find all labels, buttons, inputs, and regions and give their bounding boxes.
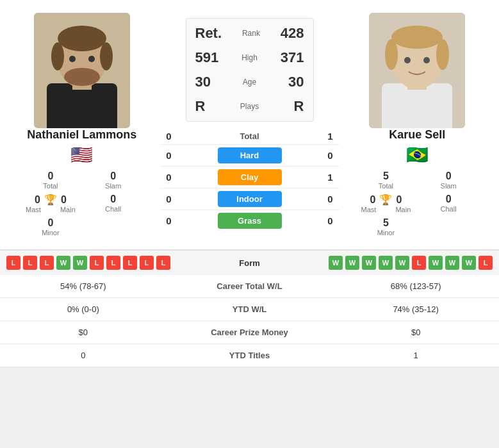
trophy-left-icon: 🏆 (44, 194, 57, 206)
form-left-badge-6: L (90, 256, 104, 270)
svg-point-4 (58, 26, 106, 51)
total-right: 1 (322, 131, 339, 142)
form-right-badge-6: L (412, 256, 426, 270)
player-right-total: 5 Total (361, 170, 411, 190)
svg-point-18 (423, 57, 430, 63)
ytd-titles-label: YTD Titles (167, 344, 333, 367)
hard-right-score: 0 (322, 150, 339, 161)
indoor-right-score: 0 (322, 194, 339, 204)
player-right-chall: 0 Chall (423, 194, 473, 213)
plays-label: Plays (240, 102, 259, 111)
form-right-badge-9: W (462, 256, 476, 270)
player-right-mast-main: 0 🏆 0 Mast Main (361, 194, 411, 213)
svg-rect-11 (382, 83, 452, 128)
svg-point-5 (51, 42, 64, 71)
form-left-badge-4: W (56, 256, 70, 270)
form-right-badge-3: W (362, 256, 376, 270)
age-label: Age (243, 78, 256, 87)
center-stats-box: Ret. Rank 428 591 High 371 30 Age 30 (186, 18, 314, 122)
main-container: Nathaniel Lammons 🇺🇸 0 Total 0 Slam 0 🏆 … (0, 0, 499, 367)
form-right-badge-7: W (429, 256, 443, 270)
svg-point-9 (88, 56, 95, 62)
form-section: L L L W W L L L L L Form W W W W W L W W… (0, 249, 499, 275)
form-left-badge-5: W (73, 256, 87, 270)
player-right-name: Karue Sell (389, 128, 445, 142)
player-left-stats-grid: 0 Total 0 Slam 0 🏆 0 Mast M (26, 170, 138, 236)
svg-point-6 (100, 42, 113, 71)
player-right-minor: 5 Minor (361, 217, 411, 236)
player-right-photo (369, 13, 465, 128)
form-left-badge-9: L (140, 256, 154, 270)
surface-row-hard: 0 Hard 0 (160, 145, 339, 167)
form-right-badge-8: W (445, 256, 459, 270)
player-left-flag: 🇺🇸 (70, 144, 93, 165)
player-left-photo (34, 13, 130, 128)
player-left-chall: 0 Chall (88, 194, 138, 213)
ytd-wl-right: 74% (35-12) (332, 298, 499, 321)
stat-row-prize: $0 Career Prize Money $0 (0, 321, 499, 344)
player-left: Nathaniel Lammons 🇺🇸 0 Total 0 Slam 0 🏆 … (6, 13, 158, 236)
form-right-badge-10: L (479, 256, 493, 270)
svg-point-15 (385, 39, 398, 70)
indoor-button[interactable]: Indoor (218, 191, 282, 207)
form-label: Form (224, 258, 275, 268)
surface-scores: 0 Total 1 0 Hard 0 0 Clay 1 0 Indoor (160, 128, 339, 231)
surface-row-grass: 0 Grass 0 (160, 210, 339, 231)
surface-row-indoor: 0 Indoor 0 (160, 188, 339, 210)
form-right-badge-5: W (395, 256, 409, 270)
svg-point-7 (64, 68, 100, 86)
grass-button[interactable]: Grass (218, 213, 282, 229)
right-age-val: 30 (288, 74, 304, 90)
ytd-titles-left: 0 (0, 344, 167, 367)
rank-label: Rank (242, 29, 260, 38)
bottom-stats-table: 54% (78-67) Career Total W/L 68% (123-57… (0, 275, 499, 367)
form-left: L L L W W L L L L L (6, 256, 224, 270)
svg-rect-1 (47, 83, 117, 128)
player-right-flag: 🇧🇷 (406, 144, 429, 165)
career-wl-left: 54% (78-67) (0, 275, 167, 298)
left-age-val: 30 (195, 74, 211, 90)
player-left-name: Nathaniel Lammons (27, 128, 136, 142)
hard-button[interactable]: Hard (218, 147, 282, 163)
clay-left-score: 0 (160, 172, 178, 183)
form-right-badge-4: W (379, 256, 393, 270)
surface-row-clay: 0 Clay 1 (160, 167, 339, 188)
player-right: Karue Sell 🇧🇷 5 Total 0 Slam 0 🏆 0 (342, 13, 493, 236)
ytd-wl-label: YTD W/L (167, 298, 333, 321)
form-right: W W W W W L W W W L (275, 256, 493, 270)
players-section: Nathaniel Lammons 🇺🇸 0 Total 0 Slam 0 🏆 … (0, 0, 499, 249)
svg-point-17 (404, 57, 411, 63)
left-high-val: 591 (195, 49, 219, 66)
left-plays-val: R (195, 98, 206, 115)
hard-left-score: 0 (160, 150, 178, 161)
total-row: 0 Total 1 (160, 128, 339, 145)
svg-point-14 (391, 26, 443, 49)
clay-button[interactable]: Clay (218, 169, 282, 185)
player-left-slam: 0 Slam (88, 170, 138, 190)
prize-label: Career Prize Money (167, 321, 333, 344)
player-left-mast: 0 🏆 0 Mast Main (26, 194, 76, 213)
high-label: High (241, 53, 258, 62)
career-wl-label: Career Total W/L (167, 275, 333, 298)
form-left-badge-1: L (6, 256, 20, 270)
left-rank-val: Ret. (195, 25, 222, 42)
form-left-badge-3: L (40, 256, 54, 270)
career-wl-right: 68% (123-57) (332, 275, 499, 298)
form-left-badge-10: L (156, 256, 170, 270)
form-left-badge-8: L (123, 256, 137, 270)
svg-point-16 (436, 39, 449, 70)
player-right-slam: 0 Slam (423, 170, 473, 190)
ytd-wl-left: 0% (0-0) (0, 298, 167, 321)
right-rank-val: 428 (281, 25, 304, 42)
player-left-total: 0 Total (26, 170, 76, 190)
form-right-badge-1: W (329, 256, 343, 270)
player-right-stats-grid: 5 Total 0 Slam 0 🏆 0 Mast M (361, 170, 473, 236)
stat-row-career-wl: 54% (78-67) Career Total W/L 68% (123-57… (0, 275, 499, 298)
ytd-titles-right: 1 (332, 344, 499, 367)
form-left-badge-2: L (23, 256, 37, 270)
total-label: Total (218, 131, 282, 141)
form-right-badge-2: W (345, 256, 359, 270)
total-left: 0 (160, 131, 178, 142)
prize-left: $0 (0, 321, 167, 344)
player-left-minor: 0 Minor (26, 217, 76, 236)
